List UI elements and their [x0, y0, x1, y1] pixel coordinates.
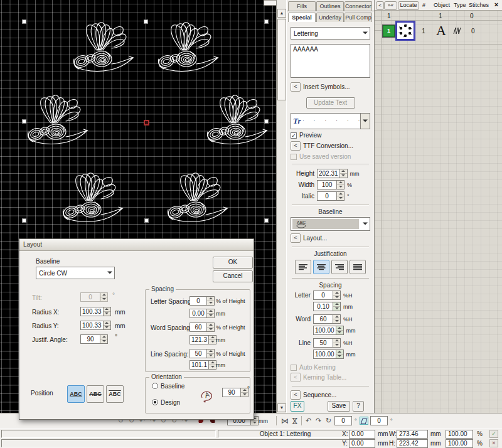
selection-handle-se[interactable] [264, 218, 269, 223]
ttf-conversion-button[interactable]: TTF Conversion... [303, 142, 353, 149]
spinner[interactable] [206, 309, 214, 317]
save-button[interactable]: Save [328, 401, 350, 412]
spinner[interactable] [100, 335, 107, 343]
scroll-down-arrow-icon[interactable]: ▼ [277, 403, 286, 412]
spinner[interactable] [336, 181, 344, 189]
position-baseline-below-button[interactable]: ABC [67, 385, 85, 403]
justify-full-button[interactable] [350, 260, 366, 274]
lettering-type-select[interactable]: Lettering [291, 27, 370, 40]
lettering-object-icon[interactable]: A [436, 23, 446, 39]
embroidery-design-2[interactable] [154, 20, 223, 77]
rotate-right-icon[interactable]: ↷ [316, 417, 321, 424]
selection-handle-sw[interactable] [22, 218, 26, 223]
column-header-type[interactable]: Type [454, 2, 466, 8]
flip-vertical-icon[interactable]: ⋈ [291, 417, 299, 425]
spinner[interactable] [103, 307, 110, 316]
word-spacing-pct-field[interactable]: 60 [190, 323, 215, 332]
spinner[interactable] [206, 349, 214, 358]
orientation-angle-field[interactable]: 90 [222, 388, 248, 397]
scrollbar-thumb[interactable] [277, 19, 286, 100]
spinner[interactable] [333, 315, 340, 323]
width-field[interactable]: 100 [317, 180, 344, 189]
help-button[interactable]: ? [353, 401, 364, 412]
cancel-button[interactable]: Cancel [213, 270, 253, 282]
spinner[interactable] [333, 291, 340, 299]
height-field[interactable]: 202.31 [317, 169, 348, 178]
chevron-left-icon[interactable]: < [291, 233, 301, 243]
dialog-title-bar[interactable]: Layout [19, 239, 254, 251]
scroll-up-arrow-icon[interactable]: ▲ [277, 9, 286, 18]
h-field[interactable]: 223.42 [397, 439, 428, 448]
chevron-down-icon[interactable] [360, 114, 370, 129]
close-icon[interactable]: × [493, 1, 500, 9]
spinner[interactable] [333, 339, 340, 347]
embroidery-design-1[interactable] [69, 20, 138, 77]
skew-icon[interactable] [360, 417, 368, 425]
tab-fills[interactable]: Fills [288, 1, 316, 11]
rotate-left-icon[interactable]: ↶ [306, 417, 311, 424]
letter-spacing-pct-field[interactable]: 0 [190, 296, 215, 306]
update-text-button[interactable]: Update Text [306, 97, 355, 109]
selection-handle-w[interactable] [22, 119, 26, 124]
w-field[interactable]: 273.46 [397, 430, 428, 439]
letter-spacing-mm-field[interactable]: 0.00 [190, 309, 215, 318]
line-spacing-mm-field[interactable]: 100.00 [313, 349, 344, 359]
embroidery-design-5[interactable] [58, 171, 127, 227]
position-baseline-middle-button[interactable]: ABC [87, 385, 104, 403]
embroidery-design-4[interactable] [203, 93, 272, 149]
selection-handle-e[interactable] [264, 119, 269, 124]
embroidery-design-6[interactable] [163, 171, 232, 227]
word-spacing-pct-field[interactable]: 60 [313, 314, 341, 324]
word-spacing-mm-field[interactable]: 100.00 [313, 326, 344, 335]
tab-connectors[interactable]: Connectors [344, 1, 372, 11]
cancel-button[interactable]: × [489, 439, 498, 447]
color-chip[interactable]: 1 [383, 25, 395, 37]
selection-handle-ne[interactable] [264, 19, 269, 24]
column-header-stitches[interactable]: Stitches [469, 2, 489, 8]
tab-outlines[interactable]: Outlines [316, 1, 344, 11]
rotate-angle-field[interactable]: 0 [334, 416, 352, 425]
baseline-radio[interactable] [152, 383, 158, 389]
word-spacing-mm-field[interactable]: 121.3 [190, 335, 216, 344]
rotate-by-angle-icon[interactable]: ↻ [326, 417, 331, 424]
spinner[interactable] [336, 350, 343, 358]
column-header-number[interactable]: # [422, 2, 425, 8]
baseline-type-select[interactable]: Circle CW [36, 267, 115, 279]
baseline-select[interactable]: ABC [291, 217, 370, 231]
selection-handle-s[interactable] [144, 218, 149, 223]
lettering-text-input[interactable]: AAAAAA [291, 44, 370, 78]
justify-left-button[interactable] [295, 260, 311, 274]
canvas-vertical-scrollbar[interactable]: ▲ ▼ [276, 0, 286, 413]
column-header-object[interactable]: Object [434, 2, 450, 8]
x-field[interactable]: 0.00 [349, 430, 375, 439]
tab-underlay[interactable]: Underlay [316, 13, 344, 22]
justify-right-button[interactable] [331, 260, 348, 274]
spinner[interactable] [208, 336, 216, 344]
h-percent-field[interactable]: 100.00 [446, 439, 473, 448]
tab-pull-comp[interactable]: Pull Comp [344, 13, 372, 22]
fx-button[interactable]: FX [291, 401, 304, 412]
italic-field[interactable]: 0 [317, 191, 344, 201]
spinner[interactable] [336, 192, 344, 200]
line-spacing-pct-field[interactable]: 50 [190, 349, 215, 358]
spinner[interactable] [339, 169, 347, 178]
sequence-button[interactable]: Sequence... [303, 392, 336, 398]
letter-spacing-pct-field[interactable]: 0 [313, 291, 341, 300]
radius-x-field[interactable]: 100.33 [80, 307, 111, 316]
panel-back-button[interactable]: < [376, 1, 384, 10]
flip-horizontal-icon[interactable]: ⋈ [281, 417, 289, 425]
locate-button[interactable]: Locate [398, 1, 419, 10]
chevron-left-icon[interactable]: < [291, 82, 301, 92]
justify-center-button[interactable] [313, 260, 329, 274]
justif-angle-field[interactable]: 90 [80, 334, 108, 344]
embroidery-design-3[interactable] [23, 93, 92, 149]
selection-handle-n[interactable] [144, 19, 148, 24]
spinner[interactable] [103, 321, 110, 329]
preview-checkbox[interactable] [291, 132, 297, 139]
ok-button[interactable]: OK [213, 257, 253, 269]
position-baseline-above-button[interactable]: ABC [106, 385, 124, 403]
spinner[interactable] [336, 326, 343, 334]
spinner[interactable] [206, 297, 214, 305]
font-select[interactable]: Tr ' ' ' ' ' ' ' ' [291, 113, 370, 129]
spinner[interactable] [206, 323, 214, 331]
